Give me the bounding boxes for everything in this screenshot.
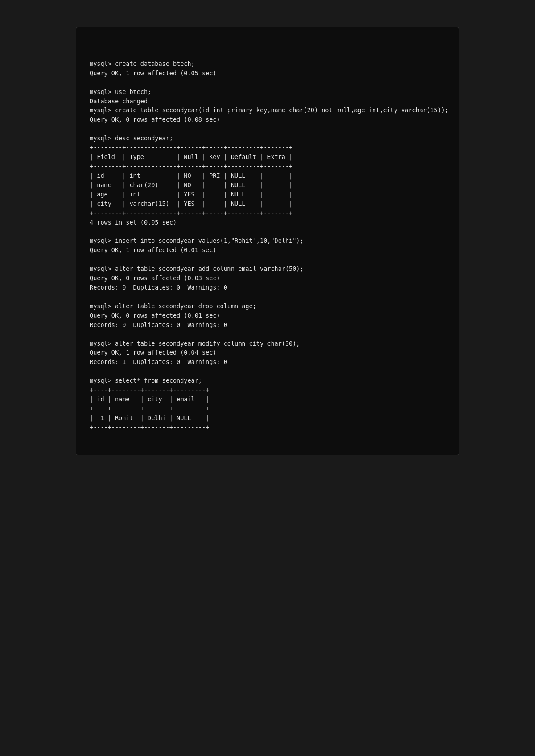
terminal-content: mysql> create database btech; Query OK, … <box>90 59 445 432</box>
terminal-window: mysql> create database btech; Query OK, … <box>76 27 459 455</box>
